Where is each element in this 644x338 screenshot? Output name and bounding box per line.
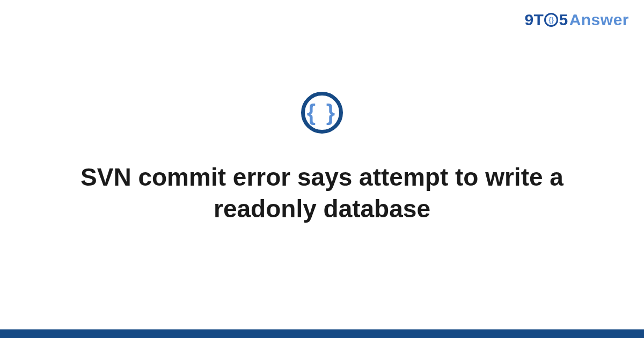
page-card: 9 T {} 5 Answer { } SVN commit error say…	[0, 0, 644, 338]
logo-braces-icon: {}	[548, 17, 554, 23]
logo-answer: Answer	[569, 11, 629, 29]
logo-nine: 9	[524, 11, 533, 29]
site-logo: 9 T {} 5 Answer	[524, 11, 629, 29]
content-area: { } SVN commit error says attempt to wri…	[0, 0, 644, 338]
logo-t: T	[534, 11, 544, 29]
logo-five: 5	[559, 11, 568, 29]
footer-accent-bar	[0, 329, 644, 338]
code-braces-icon: { }	[307, 101, 337, 124]
logo-o-ring-icon: {}	[544, 13, 558, 27]
question-title: SVN commit error says attempt to write a…	[54, 161, 590, 225]
category-badge: { }	[301, 92, 343, 134]
